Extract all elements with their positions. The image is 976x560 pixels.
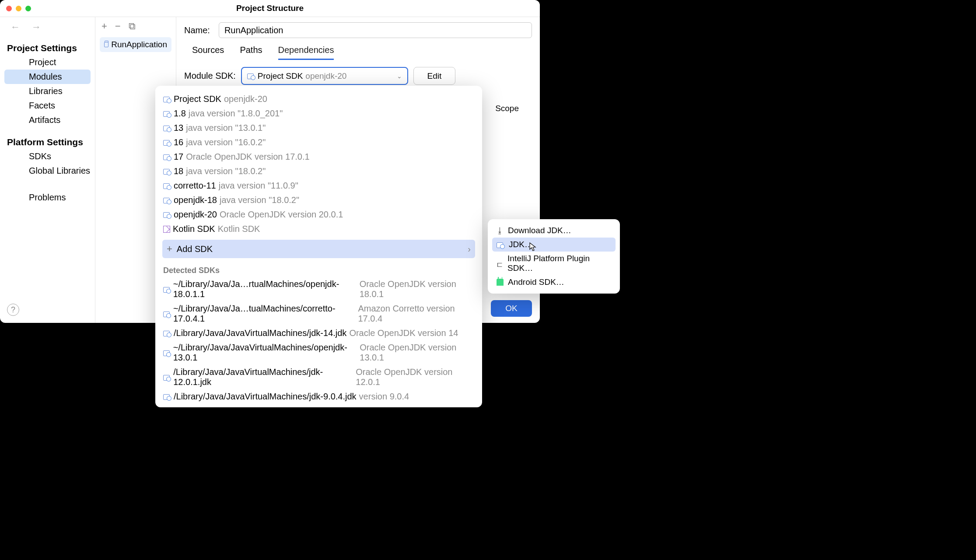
chevron-right-icon: ›: [468, 244, 471, 254]
add-sdk-item[interactable]: + Add SDK ›: [162, 240, 475, 258]
tab-sources[interactable]: Sources: [192, 45, 224, 60]
sdk-option-3[interactable]: 16java version "16.0.2": [155, 135, 482, 150]
sdk-option-4[interactable]: 17Oracle OpenJDK version 17.0.1: [155, 150, 482, 164]
detected-sdk-path: /Library/Java/JavaVirtualMachines/jdk-14…: [174, 328, 346, 338]
sdk-option-name: 16: [174, 137, 183, 147]
module-name-input[interactable]: [219, 22, 532, 38]
copy-module-icon[interactable]: ⧉: [129, 21, 136, 32]
sdk-option-version: Oracle OpenJDK version 20.0.1: [220, 210, 343, 220]
forward-arrow-icon[interactable]: →: [31, 21, 41, 33]
back-arrow-icon[interactable]: ←: [10, 21, 20, 33]
sdk-value-main: Project SDK: [258, 71, 303, 81]
sdk-option-7[interactable]: openjdk-18java version "18.0.2": [155, 193, 482, 207]
sidebar-section-project-settings: Project Settings: [0, 35, 95, 55]
sdk-option-version: Kotlin SDK: [218, 224, 260, 234]
sdk-option-version: java version "16.0.2": [186, 137, 266, 147]
sidebar: ← → Project Settings Project Modules Lib…: [0, 17, 95, 323]
sdk-option-8[interactable]: openjdk-20Oracle OpenJDK version 20.0.1: [155, 207, 482, 222]
window-title: Project Structure: [236, 4, 304, 13]
sidebar-item-problems[interactable]: Problems: [4, 190, 91, 205]
submenu-item-3[interactable]: Android SDK…: [492, 275, 616, 289]
sdk-icon: [163, 139, 171, 146]
sidebar-item-sdks[interactable]: SDKs: [4, 149, 91, 164]
module-tabs: Sources Paths Dependencies: [184, 45, 532, 60]
detected-sdk-0[interactable]: ~/Library/Java/Ja…rtualMachines/openjdk-…: [155, 277, 482, 301]
tab-dependencies[interactable]: Dependencies: [278, 45, 334, 60]
sdk-option-1[interactable]: 1.8java version "1.8.0_201": [155, 106, 482, 121]
sidebar-item-facets[interactable]: Facets: [4, 98, 91, 113]
submenu-item-label: IntelliJ Platform Plugin SDK…: [507, 254, 611, 273]
download-icon: ⭳: [497, 227, 504, 234]
sidebar-section-platform-settings: Platform Settings: [0, 127, 95, 149]
detected-sdk-4[interactable]: /Library/Java/JavaVirtualMachines/jdk-12…: [155, 365, 482, 389]
submenu-item-label: Android SDK…: [508, 277, 564, 287]
submenu-item-0[interactable]: ⭳Download JDK…: [492, 224, 616, 238]
kotlin-icon: [163, 226, 170, 233]
sidebar-item-libraries[interactable]: Libraries: [4, 84, 91, 98]
sdk-icon: [163, 182, 171, 189]
traffic-lights: [6, 6, 31, 11]
ok-button[interactable]: OK: [491, 300, 532, 317]
add-sdk-submenu: ⭳Download JDK…JDK…⊏IntelliJ Platform Plu…: [488, 219, 620, 294]
sdk-option-name: Project SDK: [174, 94, 221, 104]
sdk-option-2[interactable]: 13java version "13.0.1": [155, 121, 482, 135]
add-module-icon[interactable]: +: [101, 21, 107, 32]
sdk-option-name: openjdk-18: [174, 195, 217, 205]
detected-sdk-version: Oracle OpenJDK version 18.0.1: [360, 279, 474, 299]
detected-sdk-5[interactable]: /Library/Java/JavaVirtualMachines/jdk-9.…: [155, 389, 482, 404]
sdk-option-name: 1.8: [174, 108, 186, 119]
sdk-icon: [163, 286, 171, 293]
plugin-icon: ⊏: [497, 260, 503, 267]
sidebar-item-artifacts[interactable]: Artifacts: [4, 113, 91, 127]
help-button[interactable]: ?: [7, 304, 19, 316]
sdk-option-name: 13: [174, 123, 183, 133]
sidebar-item-modules[interactable]: Modules: [4, 70, 91, 84]
detected-sdk-path: ~/Library/Java/Ja…tualMachines/corretto-…: [173, 304, 356, 324]
sidebar-item-project[interactable]: Project: [4, 55, 91, 70]
submenu-item-2[interactable]: ⊏IntelliJ Platform Plugin SDK…: [492, 252, 616, 275]
submenu-item-1[interactable]: JDK…: [492, 238, 616, 252]
sdk-dropdown-popup: Project SDKopenjdk-201.8java version "1.…: [155, 86, 482, 407]
sdk-value-version: openjdk-20: [305, 71, 346, 81]
detected-sdk-1[interactable]: ~/Library/Java/Ja…tualMachines/corretto-…: [155, 301, 482, 326]
maximize-window-button[interactable]: [25, 6, 31, 11]
sdk-icon: [163, 311, 171, 317]
sdk-option-6[interactable]: corretto-11java version "11.0.9": [155, 178, 482, 193]
sdk-option-name: Kotlin SDK: [173, 224, 215, 234]
sdk-icon: [163, 211, 171, 218]
sdk-option-9[interactable]: Kotlin SDKKotlin SDK: [155, 222, 482, 236]
scope-column-header: Scope: [480, 102, 534, 116]
add-sdk-label: Add SDK: [177, 244, 213, 254]
titlebar: Project Structure: [0, 0, 540, 17]
sdk-option-5[interactable]: 18java version "18.0.2": [155, 164, 482, 178]
chevron-down-icon: ⌄: [397, 73, 402, 80]
sdk-icon: [163, 393, 171, 400]
sdk-icon: [163, 330, 171, 336]
sdk-option-version: Oracle OpenJDK version 17.0.1: [186, 152, 309, 162]
edit-sdk-button[interactable]: Edit: [413, 67, 455, 85]
sdk-icon: [163, 350, 171, 356]
sdk-option-version: java version "11.0.9": [219, 181, 298, 191]
detected-sdks-header: Detected SDKs: [155, 262, 482, 277]
detected-sdk-path: /Library/Java/JavaVirtualMachines/jdk-12…: [173, 367, 353, 387]
module-sdk-label: Module SDK:: [184, 71, 236, 81]
sdk-icon: [163, 197, 171, 203]
sdk-icon: [497, 242, 504, 248]
minimize-window-button[interactable]: [16, 6, 21, 11]
sdk-option-name: 18: [174, 166, 183, 176]
detected-sdk-path: /Library/Java/JavaVirtualMachines/jdk-9.…: [174, 392, 357, 402]
module-item-runapplication[interactable]: RunApplication: [100, 37, 171, 52]
close-window-button[interactable]: [6, 6, 12, 11]
sidebar-item-global-libraries[interactable]: Global Libraries: [4, 164, 91, 178]
detected-sdk-3[interactable]: ~/Library/Java/JavaVirtualMachines/openj…: [155, 340, 482, 365]
sdk-option-name: openjdk-20: [174, 210, 217, 220]
tab-paths[interactable]: Paths: [240, 45, 262, 60]
detected-sdk-path: ~/Library/Java/Ja…rtualMachines/openjdk-…: [173, 279, 357, 299]
sdk-option-0[interactable]: Project SDKopenjdk-20: [155, 92, 482, 106]
module-item-label: RunApplication: [111, 40, 167, 49]
sdk-icon: [163, 154, 171, 160]
remove-module-icon[interactable]: −: [115, 21, 121, 32]
detected-sdk-2[interactable]: /Library/Java/JavaVirtualMachines/jdk-14…: [155, 326, 482, 340]
sdk-option-version: java version "13.0.1": [186, 123, 266, 133]
module-sdk-dropdown[interactable]: Project SDK openjdk-20 ⌄: [241, 67, 408, 85]
